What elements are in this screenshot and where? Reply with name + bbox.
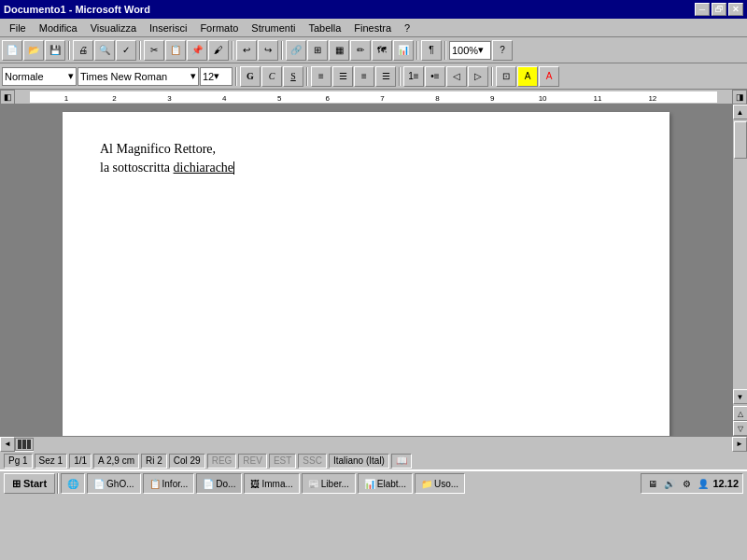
status-rev: REV — [238, 454, 267, 469]
start-label: Start — [23, 478, 47, 489]
window-title: Documento1 - Microsoft Word — [4, 4, 150, 15]
drawing-button[interactable]: ✏ — [350, 40, 371, 61]
showpara-button[interactable]: ¶ — [421, 40, 442, 61]
bold-button[interactable]: G — [240, 66, 261, 87]
separator-1 — [68, 41, 70, 60]
scroll-track-h[interactable] — [34, 437, 732, 452]
scroll-left-button[interactable]: ◄ — [0, 437, 15, 452]
prev-page-button[interactable]: △ — [733, 406, 748, 421]
chart-button[interactable]: 📊 — [393, 40, 414, 61]
numbering-button[interactable]: 1≡ — [403, 66, 424, 87]
taskbar-elabt[interactable]: 📊 Elabt... — [358, 473, 413, 494]
view-btn-1[interactable] — [18, 440, 21, 449]
increase-indent-button[interactable]: ▷ — [468, 66, 488, 87]
preview-button[interactable]: 🔍 — [94, 40, 115, 61]
next-page-button[interactable]: ▽ — [733, 421, 748, 436]
format-painter-button[interactable]: 🖌 — [208, 40, 229, 61]
help-button[interactable]: ? — [492, 40, 513, 61]
scroll-thumb-v[interactable] — [734, 121, 747, 159]
align-right-button[interactable]: ≡ — [354, 66, 374, 87]
status-page: Pg 1 — [4, 454, 33, 469]
restore-button[interactable]: 🗗 — [712, 3, 726, 16]
style-dropdown[interactable]: Normale ▾ — [2, 67, 77, 86]
italic-button[interactable]: C — [261, 66, 282, 87]
menu-tabella[interactable]: Tabella — [303, 21, 346, 35]
columns-button[interactable]: ▦ — [329, 40, 349, 61]
view-btn-2[interactable] — [22, 440, 26, 449]
ruler-mark-7: 7 — [380, 94, 384, 103]
redo-button[interactable]: ↪ — [258, 40, 278, 61]
vertical-scrollbar[interactable]: ▲ ▼ △ ▽ — [732, 105, 747, 436]
menu-visualizza[interactable]: Visualizza — [85, 21, 142, 35]
cut-button[interactable]: ✂ — [144, 40, 164, 61]
align-left-button[interactable]: ≡ — [311, 66, 331, 87]
taskbar-uso[interactable]: 📁 Uso... — [415, 473, 465, 494]
border-button[interactable]: ⊡ — [496, 66, 516, 87]
hyperlink-button[interactable]: 🔗 — [286, 40, 306, 61]
align-justify-button[interactable]: ☰ — [375, 66, 396, 87]
menu-help[interactable]: ? — [399, 21, 416, 35]
view-btn-3[interactable] — [27, 440, 31, 449]
save-button[interactable]: 💾 — [45, 40, 65, 61]
undo-button[interactable]: ↩ — [236, 40, 257, 61]
status-bar: Pg 1 Sez 1 1/1 A 2,9 cm Ri 2 Col 29 REG … — [0, 451, 747, 469]
close-button[interactable]: ✕ — [728, 3, 743, 16]
tables-button[interactable]: ⊞ — [307, 40, 328, 61]
scroll-up-button[interactable]: ▲ — [733, 105, 748, 119]
gho-label: GhO... — [106, 479, 134, 489]
menu-formato[interactable]: Formato — [194, 21, 244, 35]
highlight-button[interactable]: A — [517, 66, 538, 87]
zoom-dropdown[interactable]: 100% ▾ — [449, 41, 491, 60]
taskbar-info[interactable]: 📋 Infor... — [143, 473, 195, 494]
map-button[interactable]: 🗺 — [372, 40, 392, 61]
minimize-button[interactable]: ─ — [695, 3, 710, 16]
decrease-indent-button[interactable]: ◁ — [446, 66, 467, 87]
spellcheck-button[interactable]: ✓ — [116, 40, 136, 61]
taskbar-liber[interactable]: 📰 Liber... — [302, 473, 356, 494]
taskbar-do[interactable]: 📄 Do... — [196, 473, 242, 494]
new-button[interactable]: 📄 — [2, 40, 22, 61]
fontsize-dropdown[interactable]: 12 ▾ — [200, 67, 233, 86]
fontcolor-button[interactable]: A — [539, 66, 559, 87]
bullets-button[interactable]: •≡ — [425, 66, 445, 87]
copy-button[interactable]: 📋 — [165, 40, 186, 61]
taskbar-ie[interactable]: 🌐 — [61, 473, 85, 494]
start-button[interactable]: ⊞ Start — [4, 473, 55, 494]
taskbar-imma[interactable]: 🖼 Imma... — [244, 473, 299, 494]
ruler-mark-4: 4 — [222, 94, 226, 103]
scroll-right-button[interactable]: ► — [732, 437, 747, 452]
mode-icon: 📖 — [396, 455, 407, 466]
document-area[interactable]: Al Magnifico Rettore, la sottoscritta di… — [0, 105, 732, 436]
separator-fmt-3 — [399, 67, 401, 86]
horizontal-scrollbar[interactable]: ◄ ► — [0, 436, 747, 451]
paste-button[interactable]: 📌 — [187, 40, 207, 61]
font-dropdown[interactable]: Times New Roman ▾ — [78, 67, 199, 86]
open-button[interactable]: 📂 — [23, 40, 44, 61]
taskbar-gho[interactable]: 📄 GhO... — [87, 473, 140, 494]
scroll-down-button[interactable]: ▼ — [733, 389, 748, 404]
windows-logo-icon: ⊞ — [12, 478, 21, 490]
text-line2-prefix: la sottoscritta — [100, 161, 174, 175]
align-center-button[interactable]: ☰ — [332, 66, 353, 87]
menu-modifica[interactable]: Modifica — [34, 21, 83, 35]
menu-finestra[interactable]: Finestra — [348, 21, 397, 35]
status-ssc: SSC — [298, 454, 327, 469]
ie-icon: 🌐 — [67, 479, 78, 489]
underline-button[interactable]: S — [283, 66, 303, 87]
imma-icon: 🖼 — [250, 479, 260, 489]
ruler-right-end: ◨ — [732, 90, 747, 105]
scroll-track-v[interactable] — [733, 119, 748, 389]
menu-file[interactable]: File — [4, 21, 32, 35]
info-icon: 📋 — [149, 479, 161, 489]
ruler-inner[interactable]: 1 2 3 4 5 6 7 8 9 10 11 12 — [30, 91, 717, 103]
ruler-mark-2: 2 — [112, 94, 116, 103]
ruler-mark-11: 11 — [594, 94, 602, 103]
status-rec: REG — [207, 454, 237, 469]
menu-inserisci[interactable]: Inserisci — [144, 21, 192, 35]
ruler-mark-3: 3 — [167, 94, 171, 103]
text-line-2: la sottoscritta dichiarache — [100, 159, 632, 177]
menu-strumenti[interactable]: Strumenti — [246, 21, 301, 35]
document-content[interactable]: Al Magnifico Rettore, la sottoscritta di… — [100, 140, 632, 199]
print-button[interactable]: 🖨 — [73, 40, 93, 61]
font-value: Times New Roman — [80, 71, 167, 82]
